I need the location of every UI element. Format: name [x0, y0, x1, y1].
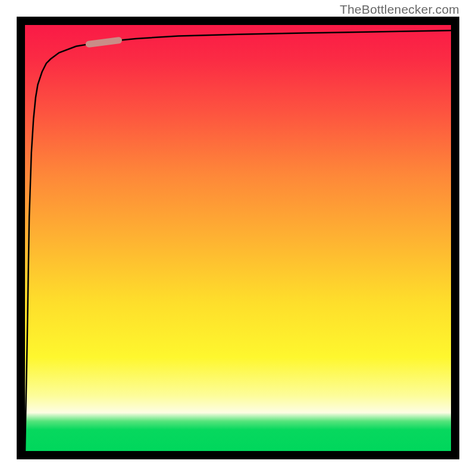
watermark-text: TheBottlenecker.com	[340, 2, 459, 17]
highlight-segment	[89, 40, 118, 44]
plot-frame	[17, 17, 459, 459]
curve-layer	[25, 25, 451, 451]
main-curve	[25, 30, 451, 451]
bottleneck-chart: TheBottlenecker.com	[0, 0, 476, 476]
plot-area	[25, 25, 451, 451]
